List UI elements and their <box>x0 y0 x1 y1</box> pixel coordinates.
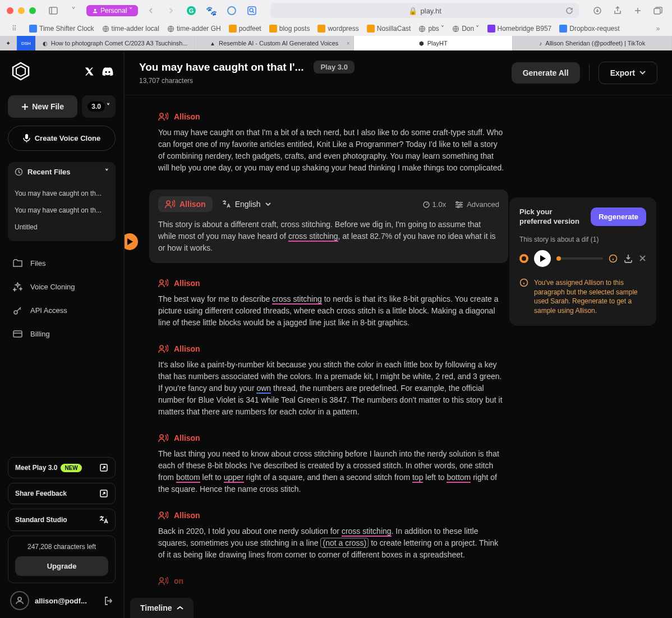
paragraph-block[interactable]: AllisonThe last thing you need to know a… <box>158 433 506 495</box>
speaker-row[interactable]: Allison <box>158 511 506 520</box>
regenerate-button[interactable]: Regenerate <box>591 207 646 226</box>
bookmark-item[interactable]: wordpress <box>317 25 358 33</box>
extension-search-icon[interactable] <box>245 3 259 18</box>
sidebar-nav-api-access[interactable]: API Access <box>8 298 116 322</box>
extension-paw-icon[interactable]: 🐾 <box>204 3 219 18</box>
sidebar-nav-files[interactable]: Files <box>8 251 116 275</box>
bookmark-item[interactable]: Time Shifter Clock <box>29 25 94 33</box>
speaker-row[interactable]: Allison <box>158 112 506 121</box>
paragraph-block[interactable]: AllisonYou may have caught on that I'm a… <box>158 112 506 174</box>
reload-icon[interactable] <box>565 7 573 15</box>
sidebar-toggle-icon[interactable] <box>46 3 61 18</box>
speaker-selector[interactable]: Allison <box>158 196 213 212</box>
audio-track[interactable] <box>556 257 603 260</box>
bookmark-item[interactable]: time-adder local <box>102 25 159 33</box>
play-paragraph-button[interactable] <box>125 233 138 250</box>
speaker-row[interactable]: Allison <box>158 344 506 353</box>
paragraph-block[interactable]: Allison English 1.0x Advanced This story… <box>149 190 508 263</box>
generate-all-button[interactable]: Generate All <box>512 62 580 84</box>
document-title[interactable]: You may have caught on that I'... <box>139 61 303 73</box>
extension-circle-icon[interactable] <box>224 3 239 18</box>
svg-rect-10 <box>654 8 660 14</box>
recent-files-header[interactable]: Recent Files ˅ <box>8 162 116 182</box>
paragraph-text[interactable]: It's also like a paint-by-number kit bec… <box>158 359 506 418</box>
info-icon[interactable] <box>609 254 618 263</box>
profile-badge[interactable]: Personal ˅ <box>86 5 138 16</box>
paragraph-text[interactable]: Back in 2020, I told you about one nerdy… <box>158 525 506 561</box>
advanced-settings[interactable]: Advanced <box>455 200 499 209</box>
download-icon[interactable] <box>590 3 605 18</box>
language-selector[interactable]: English <box>222 200 271 209</box>
export-button[interactable]: Export <box>599 62 657 84</box>
sidebar-nav-billing[interactable]: Billing <box>8 322 116 345</box>
paragraph-block[interactable]: on <box>158 577 506 585</box>
minimize-window-button[interactable] <box>18 7 25 14</box>
paragraph-block[interactable]: AllisonIt's also like a paint-by-number … <box>158 344 506 418</box>
bookmark-item[interactable]: podfeet <box>229 25 261 33</box>
recent-file-item[interactable]: You may have caught on th... <box>8 185 116 202</box>
play-button[interactable] <box>534 250 551 267</box>
studio-card[interactable]: Standard Studio <box>8 509 116 531</box>
speaker-name-label: Allison <box>174 433 200 442</box>
share-icon[interactable] <box>610 3 625 18</box>
forward-button[interactable] <box>164 3 178 18</box>
url-bar[interactable]: 🔒 play.ht <box>270 3 579 18</box>
browser-tab[interactable]: ◐How to photograph Comet C/2023 A3 Tsuch… <box>36 36 195 50</box>
svg-rect-20 <box>13 331 22 337</box>
logout-icon[interactable] <box>104 596 113 606</box>
chevron-down-icon[interactable]: ˅ <box>66 3 81 18</box>
upgrade-button[interactable]: Upgrade <box>15 556 108 576</box>
maximize-window-button[interactable] <box>29 7 36 14</box>
bookmark-item[interactable]: Dropbox-request <box>559 25 619 33</box>
timeline-toggle[interactable]: Timeline <box>130 598 194 618</box>
user-account-row[interactable]: allison@podf... <box>8 589 116 612</box>
speaker-row[interactable]: Allison <box>158 433 506 442</box>
bookmark-item[interactable]: NosillaCast <box>367 25 411 33</box>
browser-small-tab[interactable]: ✦ <box>0 36 17 50</box>
x-twitter-icon[interactable] <box>85 67 94 76</box>
bookmark-item[interactable]: blog posts <box>269 25 310 33</box>
meet-play-card[interactable]: Meet Play 3.0NEW <box>8 457 116 478</box>
bookmarks-bar: ⠿ Time Shifter Clocktime-adder localtime… <box>0 21 672 36</box>
playback-speed[interactable]: 1.0x <box>422 200 447 209</box>
browser-small-tab[interactable]: DSH <box>17 36 36 50</box>
discord-icon[interactable] <box>102 67 113 76</box>
paragraph-block[interactable]: AllisonThe best way for me to describe c… <box>158 279 506 329</box>
browser-tab[interactable]: ▲Resemble AI - Custom AI Generated Voice… <box>195 36 354 50</box>
new-tab-icon[interactable] <box>630 3 645 18</box>
tabs-overview-icon[interactable] <box>651 3 665 18</box>
bookmarks-overflow-icon[interactable]: » <box>651 21 665 36</box>
speaker-row[interactable]: Allison <box>158 279 506 288</box>
browser-tab[interactable]: ⬢PlayHT <box>354 36 513 50</box>
bookmark-item[interactable]: pbs ˅ <box>418 25 444 33</box>
svg-text:G: G <box>189 7 194 14</box>
extension-grammarly-icon[interactable]: G <box>184 3 199 18</box>
svg-marker-16 <box>16 66 25 76</box>
paragraph-text[interactable]: This story is about a different craft, c… <box>158 219 499 254</box>
browser-tab[interactable]: ♪Allison Sheridan (@podfeet) | TikTok <box>513 36 672 50</box>
paragraph-block[interactable]: AllisonBack in 2020, I told you about on… <box>158 511 506 561</box>
sidebar-nav-voice-cloning[interactable]: Voice Cloning <box>8 275 116 298</box>
paragraph-text[interactable]: You may have caught on that I'm a bit of… <box>158 127 506 174</box>
apps-grid-icon[interactable]: ⠿ <box>7 21 21 36</box>
paragraph-text[interactable]: The best way for me to describe cross st… <box>158 293 506 329</box>
bookmark-item[interactable]: Homebridge B957 <box>487 25 552 33</box>
version-radio[interactable] <box>519 254 528 263</box>
recent-file-item[interactable]: Untitled <box>8 219 116 236</box>
app-logo[interactable] <box>10 61 31 82</box>
new-file-button[interactable]: New File <box>8 95 77 118</box>
close-icon[interactable] <box>639 255 646 262</box>
create-voice-clone-button[interactable]: Create Voice Clone <box>8 126 116 151</box>
recent-file-item[interactable]: You may have caught on th... <box>8 202 116 219</box>
version-selector[interactable]: 3.0 ˅ <box>82 95 116 118</box>
new-badge: NEW <box>61 464 81 472</box>
chevron-down-icon <box>639 71 646 75</box>
back-button[interactable] <box>144 3 158 18</box>
bookmark-item[interactable]: Don ˅ <box>452 25 479 33</box>
export-label: Export <box>610 68 635 77</box>
share-feedback-card[interactable]: Share Feedback <box>8 483 116 504</box>
download-icon[interactable] <box>623 253 633 264</box>
bookmark-item[interactable]: time-adder GH <box>167 25 221 33</box>
paragraph-text[interactable]: The last thing you need to know about cr… <box>158 448 506 495</box>
close-window-button[interactable] <box>7 7 13 14</box>
